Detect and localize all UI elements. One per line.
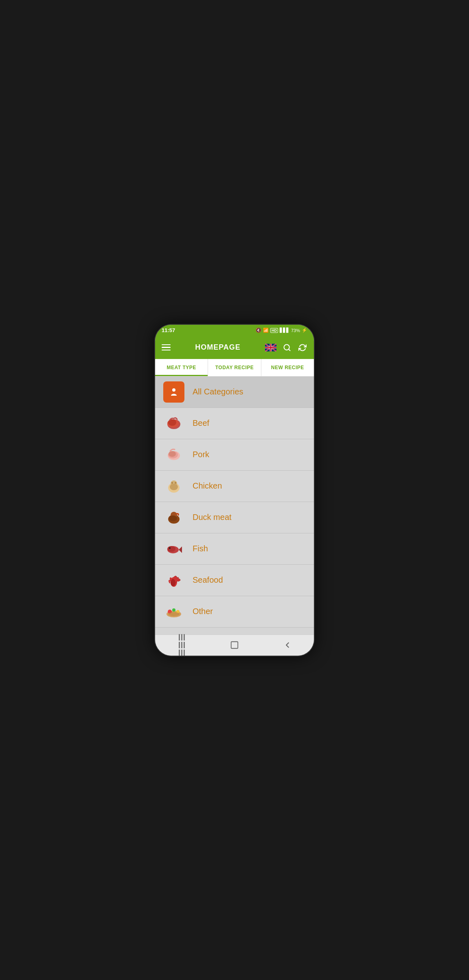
category-name: Beef [193,418,209,428]
list-item[interactable]: Fish [155,533,314,565]
list-item[interactable]: All Categories [155,377,314,408]
svg-point-23 [171,579,175,586]
list-item[interactable]: Chicken [155,471,314,502]
category-name: Duck meat [193,513,232,522]
list-item[interactable]: Other [155,596,314,628]
hamburger-menu[interactable] [162,344,171,351]
duck-icon [163,507,184,528]
svg-rect-3 [168,386,180,398]
phone-screen: 11:57 🔇 📶 HD ▋▋▋ 73% ⚡ HOMEPAGE [155,325,314,656]
svg-point-14 [171,482,173,484]
search-button[interactable] [282,343,292,352]
battery-level: 73% [291,328,300,333]
category-name: Seafood [193,575,223,585]
back-button[interactable] [278,636,296,654]
tab-today-recipe[interactable]: TODAY RECIPE [208,359,261,376]
other-icon [163,601,184,622]
category-list: All Categories Beef [155,377,314,634]
app-title: HOMEPAGE [175,343,260,352]
fish-icon [163,538,184,559]
wifi-icon: 📶 [263,328,269,333]
hd-badge: HD [270,328,278,333]
svg-point-4 [172,388,175,392]
list-spacer [155,628,314,634]
category-name: Chicken [193,481,222,491]
svg-point-21 [169,547,171,549]
list-item[interactable]: Seafood [155,565,314,596]
seafood-icon [163,570,184,591]
svg-point-13 [170,484,178,490]
status-bar: 11:57 🔇 📶 HD ▋▋▋ 73% ⚡ [155,325,314,336]
recents-icon [179,634,185,656]
svg-point-28 [168,612,180,616]
category-name: Pork [193,450,209,459]
list-item[interactable]: Duck meat [155,502,314,533]
category-name: Fish [193,544,208,553]
mute-icon: 🔇 [256,328,261,333]
chicken-icon [163,476,184,497]
signal-icon: ▋▋▋ [280,328,289,333]
list-item[interactable]: Pork [155,439,314,471]
tab-new-recipe[interactable]: NEW RECIPE [261,359,314,376]
svg-line-2 [289,349,290,350]
svg-point-10 [169,451,176,457]
status-time: 11:57 [162,327,175,333]
language-flag[interactable] [265,344,276,352]
svg-rect-29 [231,642,238,649]
beef-icon [163,413,184,434]
battery-icon: ⚡ [302,328,307,333]
phone-frame: 11:57 🔇 📶 HD ▋▋▋ 73% ⚡ HOMEPAGE [155,325,314,656]
svg-point-18 [169,515,177,521]
list-item[interactable]: Beef [155,408,314,439]
category-name: All Categories [193,387,243,396]
home-button[interactable] [226,636,243,654]
bottom-nav [155,634,314,656]
svg-point-20 [167,546,175,552]
svg-point-26 [172,608,175,612]
category-name: Other [193,607,213,616]
app-bar: HOMEPAGE [155,336,314,359]
recents-button[interactable] [173,636,191,654]
tab-bar: MEAT TYPE TODAY RECIPE NEW RECIPE [155,359,314,377]
svg-point-15 [175,482,176,484]
tab-meat-type[interactable]: MEAT TYPE [155,359,208,376]
home-icon [230,641,239,650]
status-icons: 🔇 📶 HD ▋▋▋ 73% ⚡ [256,328,307,333]
back-icon [283,641,292,650]
refresh-button[interactable] [298,343,307,352]
all-categories-icon [163,381,184,403]
pork-icon [163,444,184,465]
app-bar-actions [265,343,307,352]
